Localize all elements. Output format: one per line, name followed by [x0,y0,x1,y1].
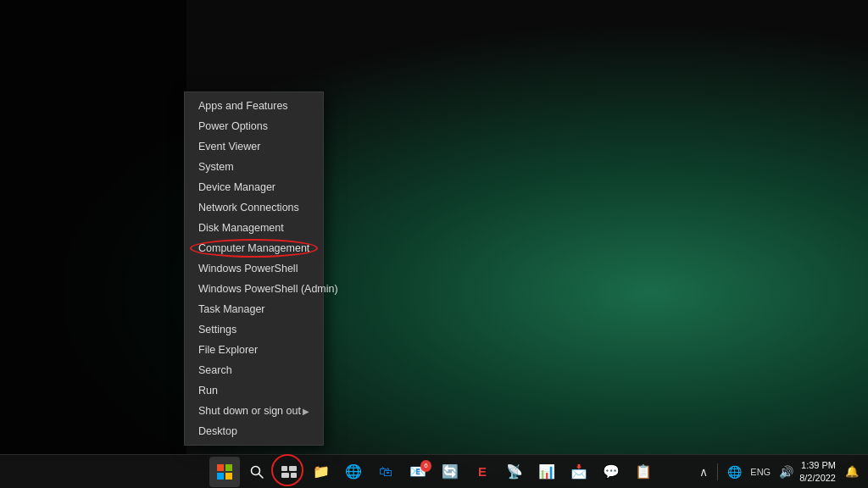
menu-item-label: Computer Management [198,242,309,254]
svg-rect-7 [289,466,297,471]
menu-item-label: System [198,161,234,173]
app-icon-1[interactable]: 🔄 [435,457,465,487]
menu-item-search[interactable]: Search [185,360,323,380]
tray-divider [717,463,718,480]
menu-item-desktop[interactable]: Desktop [185,421,323,441]
svg-rect-6 [281,466,287,471]
menu-item-event-viewer[interactable]: Event Viewer [185,136,323,157]
menu-item-file-explorer[interactable]: File Explorer [185,340,323,360]
taskbar: 📁 🌐 🛍 📧 🔄 E 📡 📊 📩 [0,454,868,488]
menu-item-apps-features[interactable]: Apps and Features [185,96,323,116]
tray-chevron[interactable]: ∧ [697,463,710,480]
system-tray: ∧ 🌐 ENG 🔊 1:39 PM 8/2/2022 🔔 [697,459,868,484]
menu-item-label: Windows PowerShell [198,263,298,274]
menu-item-power-options[interactable]: Power Options [185,116,323,136]
menu-item-system[interactable]: System [185,157,323,177]
mail-button[interactable]: 📧 [403,457,433,487]
app-icon-4[interactable]: 📩 [564,457,594,487]
menu-item-shut-down[interactable]: Shut down or sign out▶ [185,401,323,421]
menu-item-label: Search [198,364,232,376]
language-indicator[interactable]: ENG [748,465,773,479]
svg-rect-9 [291,473,297,478]
menu-item-label: Network Connections [198,202,299,214]
store-button[interactable]: 🛍 [370,457,401,487]
menu-item-label: Apps and Features [198,100,288,112]
task-view-button[interactable] [274,457,304,487]
svg-rect-8 [281,473,289,478]
svg-rect-0 [217,464,224,471]
network-icon[interactable]: 🌐 [725,463,744,480]
svg-rect-3 [225,473,232,480]
menu-item-label: Run [198,385,218,396]
svg-line-5 [259,474,264,478]
menu-item-network-connections[interactable]: Network Connections [185,197,323,218]
start-button[interactable] [209,457,240,487]
menu-item-label: Power Options [198,120,268,132]
excel-button[interactable]: 📊 [531,457,562,487]
menu-item-label: Windows PowerShell (Admin) [198,283,338,295]
menu-item-label: File Explorer [198,344,258,356]
menu-item-windows-powershell[interactable]: Windows PowerShell [185,258,323,279]
menu-item-task-manager[interactable]: Task Manager [185,299,323,319]
edge-browser-button[interactable]: 🌐 [338,457,369,487]
volume-icon[interactable]: 🔊 [776,463,796,480]
menu-item-device-manager[interactable]: Device Manager [185,177,323,197]
clock-time: 1:39 PM [801,459,836,471]
app-icon-2[interactable]: E [467,457,498,487]
menu-item-windows-powershell-admin[interactable]: Windows PowerShell (Admin) [185,279,323,299]
menu-item-label: Desktop [198,425,237,437]
svg-rect-2 [217,473,224,480]
system-clock[interactable]: 1:39 PM 8/2/2022 [799,459,836,484]
clock-date: 8/2/2022 [799,472,836,484]
context-menu: Apps and FeaturesPower OptionsEvent View… [184,92,324,446]
menu-item-label: Settings [198,324,236,336]
app-icon-6[interactable]: 📋 [628,457,659,487]
menu-item-settings[interactable]: Settings [185,319,323,340]
menu-item-label: Disk Management [198,222,284,234]
desktop-background [0,0,868,488]
menu-item-label: Event Viewer [198,141,260,152]
notification-icon[interactable]: 🔔 [843,463,861,480]
menu-item-label: Device Manager [198,181,275,193]
menu-item-label: Shut down or sign out [198,405,301,417]
menu-item-computer-management[interactable]: Computer Management [185,238,323,258]
app-icon-3[interactable]: 📡 [499,457,530,487]
svg-rect-1 [225,464,232,471]
menu-item-disk-management[interactable]: Disk Management [185,218,323,238]
submenu-arrow-icon: ▶ [303,407,309,416]
app-icon-5[interactable]: 💬 [596,457,626,487]
taskbar-center-icons: 📁 🌐 🛍 📧 🔄 E 📡 📊 📩 [209,457,659,487]
menu-item-run[interactable]: Run [185,380,323,401]
menu-item-label: Task Manager [198,303,265,315]
search-button[interactable] [242,457,272,487]
file-explorer-button[interactable]: 📁 [306,457,337,487]
